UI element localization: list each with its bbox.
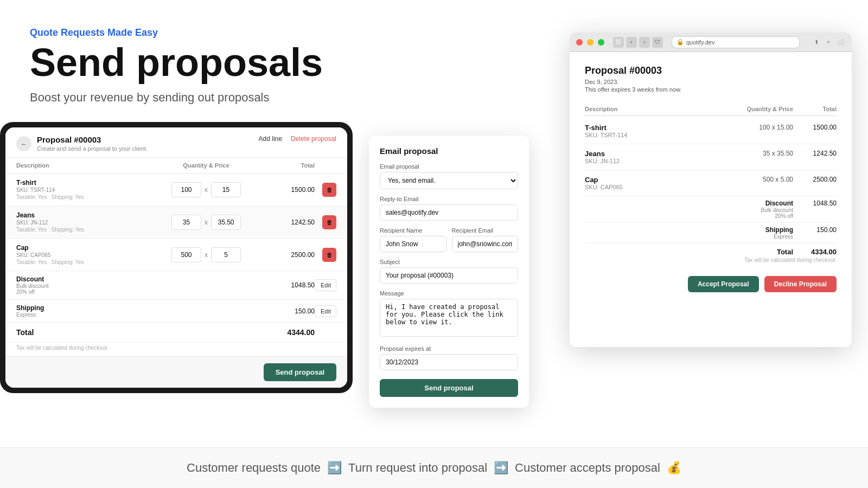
proposal-inner: Proposal #00003 Create and send a propos…	[5, 127, 347, 388]
browser-titlebar: ⬜ ‹ › 🛡 🔒 quotify.dev ⬆ + ⬜	[570, 33, 852, 52]
view-discount-row: Discount Bulk discount 20% off 1048.50	[585, 196, 837, 223]
discount-edit-button[interactable]: Edit	[315, 279, 336, 291]
accept-proposal-button[interactable]: Accept Proposal	[688, 276, 759, 292]
step2-text: Turn request into proposal	[348, 461, 487, 475]
browser-url-actions: ⬆ + ⬜	[812, 37, 845, 47]
browser-url-bar[interactable]: 🔒 quotify.dev	[672, 36, 800, 48]
delete-item-button[interactable]	[322, 183, 336, 197]
view-tax-note: Tax will be calculated during checkout.	[585, 257, 837, 272]
recipient-name-input[interactable]	[380, 236, 446, 252]
item-total: 2500.00	[260, 251, 315, 259]
back-button[interactable]	[16, 136, 31, 151]
recipient-name-group: Recipient Name	[380, 227, 446, 252]
email-proposal-label: Email proposal	[380, 163, 518, 170]
browser-back-icon[interactable]: ‹	[626, 37, 637, 48]
view-item-desc: T-shirt SKU: TSRT-114	[585, 124, 695, 138]
view-item-total: 1242.50	[793, 150, 837, 157]
browser-dot-yellow[interactable]	[587, 39, 593, 46]
browser-forward-icon[interactable]: ›	[639, 37, 650, 48]
expires-group: Proposal expires at	[380, 345, 518, 370]
money-bag-emoji: 💰	[667, 461, 681, 475]
view-item-desc: Jeans SKU: JN-112	[585, 150, 695, 164]
item-description: Cap SKU: CAP065 Taxable: Yes Shipping: Y…	[16, 244, 152, 265]
item-total: 1500.00	[260, 186, 315, 194]
view-table-row: T-shirt SKU: TSRT-114 100 x 15.00 1500.0…	[585, 118, 837, 144]
view-shipping-row: Shipping Express 150.00	[585, 223, 837, 243]
hero-section: Quote Requests Made Easy Send proposals …	[30, 27, 323, 105]
x-separator: x	[205, 219, 208, 226]
view-table-header: Description Quantity & Price Total	[585, 102, 837, 116]
discount-label: Discount Bulk discount 20% off	[16, 275, 152, 295]
view-proposal-title: Proposal #00003	[585, 65, 837, 76]
message-textarea[interactable]: Hi, I have created a proposal for you. P…	[380, 299, 518, 337]
shipping-edit-button[interactable]: Edit	[315, 305, 336, 317]
decline-proposal-button[interactable]: Decline Proposal	[764, 276, 837, 292]
table-header: Description Quantity & Price Total	[5, 158, 347, 174]
qty-input[interactable]	[171, 215, 201, 230]
qty-price-group: x	[152, 247, 260, 262]
browser-tab-icon[interactable]: ⬜	[613, 37, 624, 48]
email-proposal-group: Email proposal Yes, send email.	[380, 163, 518, 189]
reply-to-label: Reply-to Email	[380, 196, 518, 202]
reply-to-group: Reply-to Email	[380, 196, 518, 221]
lock-icon: 🔒	[676, 38, 684, 46]
shipping-label: Shipping Express	[16, 304, 152, 318]
x-separator: x	[205, 251, 208, 259]
total-label: Total	[16, 328, 152, 337]
x-separator: x	[205, 186, 208, 194]
subject-group: Subject	[380, 259, 518, 284]
add-line-button[interactable]: Add line	[259, 135, 282, 143]
view-qty-price: 500 x 5.00	[695, 176, 793, 183]
view-discount-value: 1048.50	[804, 200, 837, 219]
col-qty-price: Quantity & Price	[152, 162, 260, 169]
item-description: Jeans SKU: JN-112 Taxable: Yes Shipping:…	[16, 211, 152, 233]
proposal-header-actions: Add line Delete proposal	[259, 135, 336, 143]
step3-text: Customer accepts proposal	[515, 461, 660, 475]
proposal-card: Proposal #00003 Create and send a propos…	[0, 122, 353, 393]
browser-dot-green[interactable]	[598, 39, 604, 46]
price-input[interactable]	[211, 215, 241, 230]
add-tab-icon[interactable]: +	[824, 37, 833, 47]
table-row: T-shirt SKU: TSRT-114 Taxable: Yes Shipp…	[5, 174, 347, 206]
browser-window: ⬜ ‹ › 🛡 🔒 quotify.dev ⬆ + ⬜ Proposal #00…	[570, 33, 852, 347]
arrow1-icon: ➡️	[327, 461, 342, 475]
delete-item-button[interactable]	[322, 248, 336, 262]
view-proposal-expires: This offer expires 3 weeks from now.	[585, 86, 837, 93]
message-label: Message	[380, 290, 518, 297]
modal-send-button[interactable]: Send proposal	[380, 379, 518, 397]
step1-text: Customer requests quote	[187, 461, 321, 475]
proposal-items: T-shirt SKU: TSRT-114 Taxable: Yes Shipp…	[5, 174, 347, 271]
price-input[interactable]	[211, 247, 241, 262]
recipient-email-input[interactable]	[452, 236, 519, 252]
col-total: Total	[260, 162, 315, 169]
table-row: Cap SKU: CAP065 Taxable: Yes Shipping: Y…	[5, 239, 347, 271]
view-actions: Accept Proposal Decline Proposal	[585, 272, 837, 292]
view-col-description: Description	[585, 106, 695, 112]
email-modal: Email proposal Email proposal Yes, send …	[369, 136, 529, 408]
sidebar-icon[interactable]: ⬜	[835, 37, 845, 47]
expires-input[interactable]	[380, 354, 518, 370]
send-proposal-button[interactable]: Send proposal	[264, 363, 336, 381]
browser-dot-red[interactable]	[576, 39, 583, 46]
proposal-subtitle: Create and send a proposal to your clien…	[37, 145, 148, 152]
col-description: Description	[16, 162, 152, 169]
item-total: 1242.50	[260, 219, 315, 226]
qty-input[interactable]	[171, 182, 201, 197]
reply-to-input[interactable]	[380, 204, 518, 221]
share-icon[interactable]: ⬆	[812, 37, 821, 47]
modal-title: Email proposal	[380, 146, 518, 156]
view-table-row: Jeans SKU: JN-112 35 x 35.50 1242.50	[585, 144, 837, 170]
delete-item-button[interactable]	[322, 215, 336, 229]
qty-price-group: x	[152, 215, 260, 230]
arrow2-icon: ➡️	[494, 461, 508, 475]
price-input[interactable]	[211, 182, 241, 197]
view-item-total: 2500.00	[793, 176, 837, 183]
discount-row: Discount Bulk discount 20% off 1048.50 E…	[5, 271, 347, 300]
qty-input[interactable]	[171, 247, 201, 262]
delete-proposal-button[interactable]: Delete proposal	[291, 135, 336, 143]
subject-input[interactable]	[380, 267, 518, 284]
message-group: Message Hi, I have created a proposal fo…	[380, 290, 518, 339]
view-shipping-value: 150.00	[804, 226, 837, 240]
recipient-email-group: Recipient Email	[452, 227, 519, 252]
email-proposal-select[interactable]: Yes, send email.	[380, 172, 518, 189]
